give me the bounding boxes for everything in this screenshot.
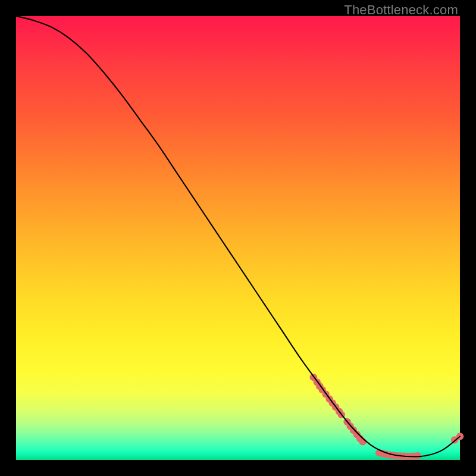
- plot-area: [16, 16, 460, 460]
- markers-layer: [310, 374, 464, 460]
- chart-stage: TheBottleneck.com: [0, 0, 476, 476]
- main-curve: [16, 16, 460, 457]
- chart-svg: [16, 16, 460, 460]
